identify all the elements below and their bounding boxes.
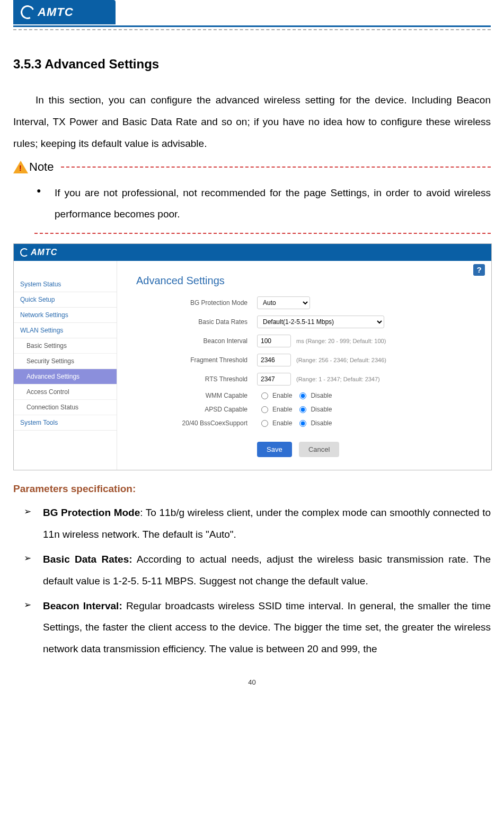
select-basic-data-rates[interactable]: Default(1-2-5.5-11 Mbps) xyxy=(257,316,384,328)
admin-screenshot: AMTC System Status Quick Setup Network S… xyxy=(13,243,492,470)
sidebar-sub-access-control[interactable]: Access Control xyxy=(14,384,117,400)
parameters-list: BG Protection Mode: To 11b/g wireless cl… xyxy=(13,502,491,660)
label-fragment-threshold: Fragment Threshold xyxy=(136,356,257,364)
opt-enable: Enable xyxy=(272,419,292,427)
select-bg-protection[interactable]: Auto xyxy=(257,296,310,309)
admin-sidebar: System Status Quick Setup Network Settin… xyxy=(14,261,117,470)
cancel-button[interactable]: Cancel xyxy=(299,442,339,457)
note-item: If you are not professional, not recomme… xyxy=(49,182,491,226)
sidebar-item-system-tools[interactable]: System Tools xyxy=(14,415,117,431)
hint-rts-threshold: (Range: 1 - 2347; Default: 2347) xyxy=(296,376,380,382)
sidebar-sub-connection-status[interactable]: Connection Status xyxy=(14,400,117,415)
admin-brand: AMTC xyxy=(20,248,57,257)
header-dashed-rule xyxy=(13,29,491,30)
radio-wmm-disable[interactable] xyxy=(299,392,306,399)
note-footer-rule xyxy=(34,233,491,234)
param-bg-protection: BG Protection Mode: To 11b/g wireless cl… xyxy=(40,502,491,546)
note-list: If you are not professional, not recomme… xyxy=(13,182,491,226)
hint-fragment-threshold: (Range: 256 - 2346; Default: 2346) xyxy=(296,357,386,363)
radio-apsd-disable[interactable] xyxy=(299,406,306,413)
note-dashed-line xyxy=(61,167,491,168)
radio-bss-enable[interactable] xyxy=(261,420,268,427)
label-wmm-capable: WMM Capable xyxy=(136,392,257,399)
opt-disable: Disable xyxy=(311,419,332,427)
header-rule xyxy=(13,25,491,27)
warning-icon: ! xyxy=(13,161,28,173)
swirl-icon xyxy=(19,3,36,21)
input-fragment-threshold[interactable] xyxy=(257,354,291,366)
sidebar-item-quick-setup[interactable]: Quick Setup xyxy=(14,292,117,308)
radio-apsd-enable[interactable] xyxy=(261,406,268,413)
help-icon[interactable]: ? xyxy=(473,264,485,276)
swirl-icon xyxy=(20,248,29,257)
parameters-heading: Parameters specification: xyxy=(13,483,491,495)
sidebar-item-wlan-settings[interactable]: WLAN Settings xyxy=(14,323,117,338)
admin-main: ? Advanced Settings BG Protection Mode A… xyxy=(117,261,491,470)
section-intro: In this section, you can configure the a… xyxy=(13,90,491,155)
note-header: ! Note xyxy=(13,160,491,174)
admin-brand-text: AMTC xyxy=(31,248,57,257)
section-heading: 3.5.3 Advanced Settings xyxy=(13,57,491,72)
radio-wmm-enable[interactable] xyxy=(261,392,268,399)
sidebar-sub-security-settings[interactable]: Security Settings xyxy=(14,354,117,369)
sidebar-item-system-status[interactable]: System Status xyxy=(14,277,117,292)
radio-bss-disable[interactable] xyxy=(299,420,306,427)
label-rts-threshold: RTS Threshold xyxy=(136,375,257,383)
label-beacon-interval: Beacon Interval xyxy=(136,337,257,345)
save-button[interactable]: Save xyxy=(257,442,292,457)
sidebar-sub-basic-settings[interactable]: Basic Settings xyxy=(14,338,117,354)
label-bss-coex: 20/40 BssCoexSupport xyxy=(136,419,257,427)
page-number: 40 xyxy=(13,678,491,686)
brand-text: AMTC xyxy=(38,5,74,19)
param-beacon-interval: Beacon Interval: Regular broadcasts wire… xyxy=(40,596,491,661)
input-rts-threshold[interactable] xyxy=(257,373,291,386)
sidebar-item-network-settings[interactable]: Network Settings xyxy=(14,308,117,323)
label-apsd-capable: APSD Capable xyxy=(136,406,257,413)
hint-beacon-interval: ms (Range: 20 - 999; Default: 100) xyxy=(296,338,386,344)
input-beacon-interval[interactable] xyxy=(257,335,291,347)
opt-disable: Disable xyxy=(311,406,332,413)
sidebar-sub-advanced-settings[interactable]: Advanced Settings xyxy=(14,369,117,384)
label-basic-data-rates: Basic Data Rates xyxy=(136,318,257,326)
label-bg-protection: BG Protection Mode xyxy=(136,299,257,307)
param-basic-data-rates: Basic Data Rates: According to actual ne… xyxy=(40,549,491,592)
opt-enable: Enable xyxy=(272,406,292,413)
opt-disable: Disable xyxy=(311,392,332,399)
brand-logo: AMTC xyxy=(13,0,116,24)
panel-title: Advanced Settings xyxy=(136,275,483,287)
admin-topbar: AMTC xyxy=(14,244,491,261)
opt-enable: Enable xyxy=(272,392,292,399)
note-label: Note xyxy=(29,160,54,174)
